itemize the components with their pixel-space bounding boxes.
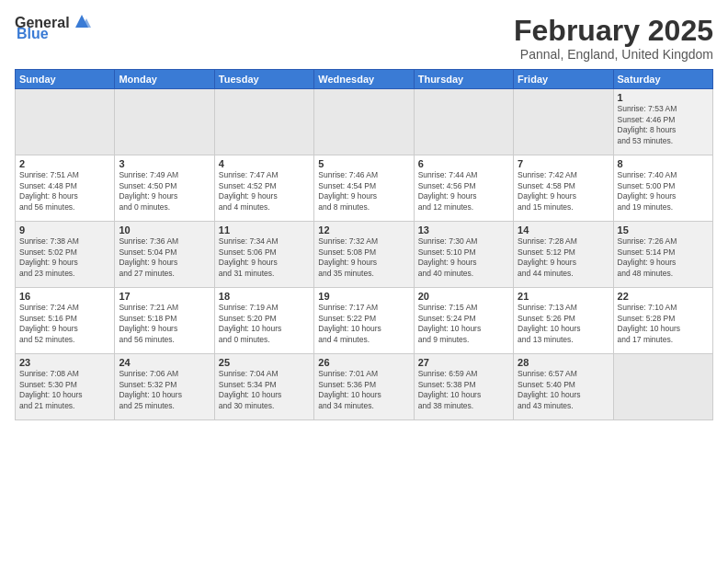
day-cell-4-1: 24Sunrise: 7:06 AMSunset: 5:32 PMDayligh… (115, 354, 214, 420)
day-info: Sunrise: 7:32 AMSunset: 5:08 PMDaylight:… (318, 236, 409, 279)
day-number: 23 (19, 357, 110, 368)
header-friday: Friday (514, 70, 613, 89)
day-number: 10 (119, 224, 210, 236)
day-cell-0-5 (514, 89, 613, 155)
day-info: Sunrise: 7:40 AMSunset: 5:00 PMDaylight:… (618, 170, 709, 213)
day-cell-0-3 (314, 89, 414, 155)
day-info: Sunrise: 7:47 AMSunset: 4:52 PMDaylight:… (219, 170, 310, 213)
day-cell-3-4: 20Sunrise: 7:15 AMSunset: 5:24 PMDayligh… (414, 288, 513, 354)
day-cell-2-1: 10Sunrise: 7:36 AMSunset: 5:04 PMDayligh… (115, 222, 214, 288)
day-cell-2-4: 13Sunrise: 7:30 AMSunset: 5:10 PMDayligh… (414, 222, 513, 288)
day-number: 20 (418, 291, 509, 302)
day-info: Sunrise: 6:57 AMSunset: 5:40 PMDaylight:… (518, 369, 609, 411)
day-number: 24 (119, 357, 210, 368)
day-number: 4 (219, 158, 310, 169)
day-info: Sunrise: 7:28 AMSunset: 5:12 PMDaylight:… (518, 236, 609, 279)
day-info: Sunrise: 7:51 AMSunset: 4:48 PMDaylight:… (19, 170, 110, 213)
day-number: 14 (518, 224, 609, 236)
day-info: Sunrise: 7:04 AMSunset: 5:34 PMDaylight:… (219, 369, 310, 411)
day-info: Sunrise: 7:21 AMSunset: 5:18 PMDaylight:… (119, 303, 210, 345)
day-cell-1-4: 6Sunrise: 7:44 AMSunset: 4:56 PMDaylight… (414, 155, 513, 222)
day-info: Sunrise: 7:10 AMSunset: 5:28 PMDaylight:… (618, 303, 709, 345)
day-info: Sunrise: 7:49 AMSunset: 4:50 PMDaylight:… (119, 170, 210, 213)
day-number: 1 (618, 92, 709, 103)
day-cell-2-3: 12Sunrise: 7:32 AMSunset: 5:08 PMDayligh… (314, 222, 414, 288)
header-thursday: Thursday (414, 70, 513, 89)
day-number: 9 (19, 224, 110, 236)
day-info: Sunrise: 6:59 AMSunset: 5:38 PMDaylight:… (418, 369, 509, 411)
header-tuesday: Tuesday (214, 70, 313, 89)
day-number: 7 (518, 158, 609, 169)
week-row-3: 16Sunrise: 7:24 AMSunset: 5:16 PMDayligh… (16, 288, 713, 354)
header-monday: Monday (115, 70, 214, 89)
day-number: 15 (618, 224, 709, 236)
day-info: Sunrise: 7:53 AMSunset: 4:46 PMDaylight:… (618, 104, 709, 146)
day-number: 22 (618, 291, 709, 302)
day-number: 2 (19, 158, 110, 169)
day-number: 26 (318, 357, 409, 368)
day-cell-3-5: 21Sunrise: 7:13 AMSunset: 5:26 PMDayligh… (514, 288, 613, 354)
day-info: Sunrise: 7:19 AMSunset: 5:20 PMDaylight:… (219, 303, 310, 345)
day-number: 3 (119, 158, 210, 169)
day-cell-1-0: 2Sunrise: 7:51 AMSunset: 4:48 PMDaylight… (16, 155, 115, 222)
day-cell-3-1: 17Sunrise: 7:21 AMSunset: 5:18 PMDayligh… (115, 288, 214, 354)
day-cell-3-0: 16Sunrise: 7:24 AMSunset: 5:16 PMDayligh… (16, 288, 115, 354)
header-wednesday: Wednesday (314, 70, 414, 89)
day-cell-4-3: 26Sunrise: 7:01 AMSunset: 5:36 PMDayligh… (314, 354, 414, 420)
day-cell-4-4: 27Sunrise: 6:59 AMSunset: 5:38 PMDayligh… (414, 354, 513, 420)
day-number: 11 (219, 224, 310, 236)
day-cell-2-0: 9Sunrise: 7:38 AMSunset: 5:02 PMDaylight… (16, 222, 115, 288)
calendar: Sunday Monday Tuesday Wednesday Thursday… (15, 69, 713, 420)
day-cell-0-0 (16, 89, 115, 155)
day-info: Sunrise: 7:30 AMSunset: 5:10 PMDaylight:… (418, 236, 509, 279)
day-cell-2-2: 11Sunrise: 7:34 AMSunset: 5:06 PMDayligh… (214, 222, 313, 288)
day-info: Sunrise: 7:26 AMSunset: 5:14 PMDaylight:… (618, 236, 709, 279)
day-info: Sunrise: 7:15 AMSunset: 5:24 PMDaylight:… (418, 303, 509, 345)
day-cell-1-1: 3Sunrise: 7:49 AMSunset: 4:50 PMDaylight… (115, 155, 214, 222)
day-number: 13 (418, 224, 509, 236)
day-cell-3-3: 19Sunrise: 7:17 AMSunset: 5:22 PMDayligh… (314, 288, 414, 354)
day-info: Sunrise: 7:01 AMSunset: 5:36 PMDaylight:… (318, 369, 409, 411)
header-saturday: Saturday (613, 70, 712, 89)
week-row-2: 9Sunrise: 7:38 AMSunset: 5:02 PMDaylight… (16, 222, 713, 288)
day-cell-1-5: 7Sunrise: 7:42 AMSunset: 4:58 PMDaylight… (514, 155, 613, 222)
week-row-0: 1Sunrise: 7:53 AMSunset: 4:46 PMDaylight… (16, 89, 713, 155)
day-number: 25 (219, 357, 310, 368)
day-cell-2-5: 14Sunrise: 7:28 AMSunset: 5:12 PMDayligh… (514, 222, 613, 288)
day-info: Sunrise: 7:36 AMSunset: 5:04 PMDaylight:… (119, 236, 210, 279)
logo: General Blue (15, 15, 92, 42)
day-number: 18 (219, 291, 310, 302)
day-cell-4-2: 25Sunrise: 7:04 AMSunset: 5:34 PMDayligh… (214, 354, 313, 420)
day-cell-0-6: 1Sunrise: 7:53 AMSunset: 4:46 PMDaylight… (613, 89, 712, 155)
weekday-header-row: Sunday Monday Tuesday Wednesday Thursday… (16, 70, 713, 89)
day-info: Sunrise: 7:42 AMSunset: 4:58 PMDaylight:… (518, 170, 609, 213)
page: General Blue February 2025 Pannal, Engla… (0, 0, 728, 563)
day-cell-1-2: 4Sunrise: 7:47 AMSunset: 4:52 PMDaylight… (214, 155, 313, 222)
day-info: Sunrise: 7:08 AMSunset: 5:30 PMDaylight:… (19, 369, 110, 411)
main-title: February 2025 (514, 15, 713, 47)
day-info: Sunrise: 7:17 AMSunset: 5:22 PMDaylight:… (318, 303, 409, 345)
header-sunday: Sunday (16, 70, 115, 89)
logo-blue: Blue (17, 26, 49, 42)
day-info: Sunrise: 7:38 AMSunset: 5:02 PMDaylight:… (19, 236, 110, 279)
day-number: 12 (318, 224, 409, 236)
day-cell-3-6: 22Sunrise: 7:10 AMSunset: 5:28 PMDayligh… (613, 288, 712, 354)
day-number: 6 (418, 158, 509, 169)
day-cell-4-0: 23Sunrise: 7:08 AMSunset: 5:30 PMDayligh… (16, 354, 115, 420)
day-number: 5 (318, 158, 409, 169)
week-row-1: 2Sunrise: 7:51 AMSunset: 4:48 PMDaylight… (16, 155, 713, 222)
day-cell-1-6: 8Sunrise: 7:40 AMSunset: 5:00 PMDaylight… (613, 155, 712, 222)
day-number: 27 (418, 357, 509, 368)
day-cell-2-6: 15Sunrise: 7:26 AMSunset: 5:14 PMDayligh… (613, 222, 712, 288)
header: General Blue February 2025 Pannal, Engla… (15, 15, 713, 62)
title-block: February 2025 Pannal, England, United Ki… (514, 15, 713, 62)
subtitle: Pannal, England, United Kingdom (514, 47, 713, 62)
day-cell-1-3: 5Sunrise: 7:46 AMSunset: 4:54 PMDaylight… (314, 155, 414, 222)
logo-icon (72, 11, 92, 31)
day-info: Sunrise: 7:24 AMSunset: 5:16 PMDaylight:… (19, 303, 110, 345)
day-cell-4-6 (613, 354, 712, 420)
day-cell-0-4 (414, 89, 513, 155)
day-info: Sunrise: 7:13 AMSunset: 5:26 PMDaylight:… (518, 303, 609, 345)
day-cell-3-2: 18Sunrise: 7:19 AMSunset: 5:20 PMDayligh… (214, 288, 313, 354)
day-number: 8 (618, 158, 709, 169)
